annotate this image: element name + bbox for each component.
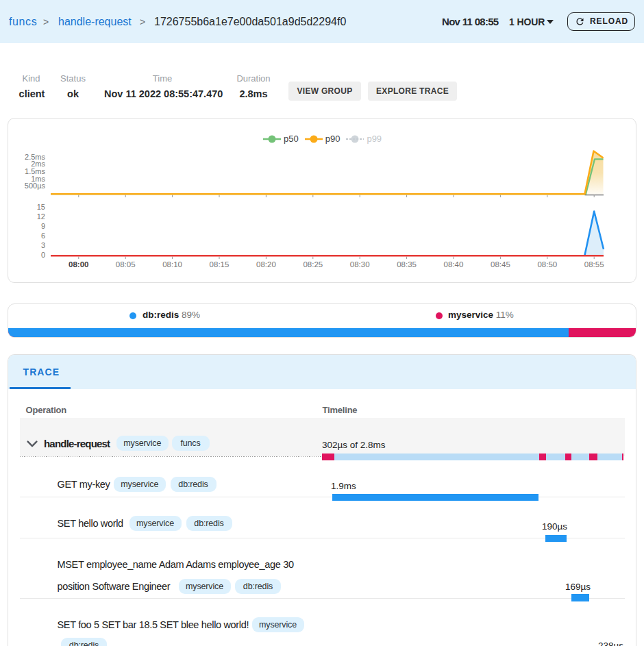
svg-text:08:25: 08:25	[303, 260, 323, 269]
svg-text:08:00: 08:00	[69, 260, 88, 269]
svg-text:12: 12	[37, 212, 45, 221]
svg-text:08:55: 08:55	[584, 260, 604, 269]
svg-text:08:20: 08:20	[256, 260, 276, 269]
svg-text:3: 3	[41, 241, 45, 249]
svg-text:08:30: 08:30	[350, 260, 370, 269]
svg-text:08:40: 08:40	[444, 260, 464, 269]
svg-text:9: 9	[41, 222, 45, 230]
svg-text:08:50: 08:50	[537, 260, 557, 269]
svg-text:0: 0	[41, 251, 45, 259]
svg-text:08:05: 08:05	[116, 260, 136, 269]
svg-text:15: 15	[37, 203, 45, 211]
svg-text:500µs: 500µs	[25, 182, 46, 190]
svg-text:08:10: 08:10	[162, 260, 182, 269]
svg-text:08:45: 08:45	[491, 260, 510, 269]
svg-text:08:15: 08:15	[210, 260, 230, 269]
svg-text:6: 6	[41, 232, 45, 240]
svg-text:08:35: 08:35	[397, 260, 417, 269]
